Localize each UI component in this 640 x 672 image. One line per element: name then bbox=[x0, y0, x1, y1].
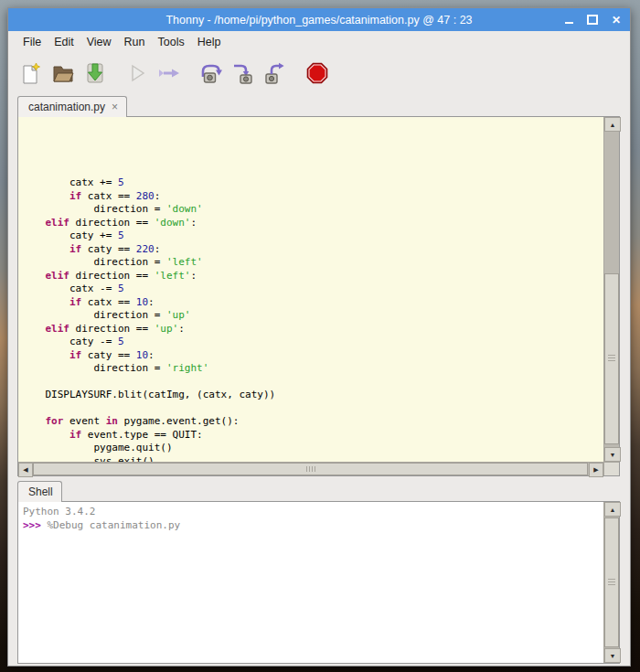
shell-vertical-scrollbar[interactable]: ▲ ▼ bbox=[603, 502, 619, 663]
text-segment: 'down' bbox=[155, 217, 191, 229]
scroll-right-icon: ▶ bbox=[593, 466, 598, 474]
text-segment: 'up' bbox=[155, 323, 179, 335]
code-line bbox=[21, 402, 603, 416]
scroll-up-icon: ▲ bbox=[610, 122, 616, 128]
shell-vscroll-thumb[interactable] bbox=[604, 517, 619, 646]
scroll-right-button[interactable]: ▶ bbox=[589, 463, 603, 477]
text-segment: : bbox=[148, 296, 155, 308]
text-segment: event.type == QUIT: bbox=[81, 429, 202, 441]
step-over-button[interactable] bbox=[199, 61, 223, 85]
scroll-up-button[interactable]: ▲ bbox=[604, 117, 621, 132]
text-segment: elif bbox=[46, 217, 70, 229]
editor-vscroll-trough[interactable] bbox=[604, 132, 619, 447]
text-segment: caty == bbox=[81, 243, 136, 255]
minimize-icon[interactable] bbox=[565, 22, 573, 24]
text-segment bbox=[21, 429, 69, 441]
maximize-icon[interactable] bbox=[587, 15, 598, 25]
titlebar[interactable]: Thonny - /home/pi/python_games/catanimat… bbox=[8, 8, 630, 31]
text-segment bbox=[21, 243, 69, 255]
new-file-icon bbox=[20, 62, 42, 84]
window-title: Thonny - /home/pi/python_games/catanimat… bbox=[165, 14, 472, 27]
stop-button[interactable] bbox=[305, 61, 329, 85]
editor-hscroll-trough[interactable] bbox=[33, 463, 589, 475]
tab-catanimation[interactable]: catanimation.py × bbox=[17, 96, 127, 117]
tab-label: catanimation.py bbox=[28, 101, 105, 113]
stop-icon bbox=[306, 62, 328, 84]
open-file-button[interactable] bbox=[51, 61, 75, 85]
text-segment: if bbox=[69, 296, 81, 308]
menu-item-edit[interactable]: Edit bbox=[48, 33, 80, 51]
text-segment bbox=[21, 217, 46, 229]
scroll-left-icon: ◀ bbox=[23, 466, 27, 474]
text-segment: 'down' bbox=[166, 203, 203, 215]
tab-shell[interactable]: Shell bbox=[17, 481, 62, 502]
text-segment: 'right' bbox=[166, 362, 208, 374]
step-out-button[interactable] bbox=[263, 61, 287, 85]
code-line: direction = 'left' bbox=[21, 256, 603, 270]
text-segment: event bbox=[63, 415, 105, 427]
shell-line: >>> %Debug catanimation.py bbox=[23, 518, 603, 532]
save-icon bbox=[85, 62, 105, 84]
new-file-button[interactable] bbox=[19, 61, 43, 85]
text-segment: Python 3.4.2 bbox=[23, 506, 101, 517]
menu-item-help[interactable]: Help bbox=[191, 33, 228, 51]
shell-output[interactable]: Python 3.4.2 >>> %Debug catanimation.py bbox=[18, 502, 603, 663]
scrollbar-grip bbox=[608, 579, 615, 586]
editor-hscroll-thumb[interactable] bbox=[33, 463, 588, 475]
text-segment: 'up' bbox=[166, 309, 191, 321]
step-into-icon bbox=[232, 62, 254, 84]
code-line: if catx == 280: bbox=[21, 190, 603, 204]
scroll-down-icon: ▼ bbox=[610, 653, 616, 659]
menu-item-run[interactable]: Run bbox=[118, 33, 152, 51]
window-controls: ✕ bbox=[565, 8, 621, 31]
text-segment: if bbox=[69, 349, 81, 361]
menu-item-view[interactable]: View bbox=[80, 33, 118, 51]
text-segment bbox=[21, 296, 69, 308]
editor-vscroll-thumb[interactable] bbox=[604, 273, 619, 443]
text-segment: sys.exit() bbox=[21, 455, 155, 463]
text-segment: 10 bbox=[136, 349, 148, 361]
resume-button[interactable] bbox=[157, 61, 181, 85]
text-segment: : bbox=[190, 270, 197, 282]
text-segment: direction = bbox=[21, 203, 166, 215]
scroll-down-button[interactable]: ▼ bbox=[604, 648, 621, 663]
text-segment: : bbox=[155, 190, 161, 202]
editor-horizontal-scrollbar[interactable]: ◀ ▶ bbox=[18, 462, 603, 475]
step-into-button[interactable] bbox=[231, 61, 255, 85]
tab-close-icon[interactable]: × bbox=[112, 101, 118, 112]
scrollbar-grip bbox=[306, 466, 315, 472]
menubar: FileEditViewRunToolsHelp bbox=[8, 31, 630, 53]
text-segment: pygame.quit() bbox=[21, 442, 173, 453]
scrollbar-corner bbox=[603, 462, 619, 475]
run-script-button[interactable] bbox=[125, 61, 149, 85]
scroll-down-button[interactable]: ▼ bbox=[604, 447, 621, 462]
code-line: sys.exit() bbox=[21, 455, 603, 463]
code-line: elif direction == 'down': bbox=[21, 217, 603, 230]
text-segment: direction = bbox=[21, 256, 166, 268]
text-segment: %Debug catanimation.py bbox=[48, 519, 181, 531]
text-segment: DISPLAYSURF.blit(catImg, (catx, caty)) bbox=[21, 389, 275, 400]
text-segment bbox=[21, 323, 46, 335]
save-file-button[interactable] bbox=[83, 61, 107, 85]
text-segment: : bbox=[148, 349, 155, 361]
text-segment: catx += bbox=[21, 176, 118, 188]
close-icon[interactable]: ✕ bbox=[612, 15, 621, 26]
code-line: direction = 'right' bbox=[21, 362, 603, 376]
step-out-icon bbox=[264, 62, 286, 84]
text-segment: >>> bbox=[23, 519, 48, 531]
text-segment: caty -= bbox=[21, 336, 118, 347]
shell-vscroll-trough[interactable] bbox=[604, 517, 619, 648]
menu-item-file[interactable]: File bbox=[16, 33, 48, 51]
editor-vertical-scrollbar[interactable]: ▲ ▼ bbox=[603, 117, 619, 462]
text-segment: if bbox=[69, 429, 81, 441]
shell-panel: Python 3.4.2 >>> %Debug catanimation.py … bbox=[17, 501, 620, 664]
code-editor[interactable]: if direction == 'right': catx += 5 if ca… bbox=[18, 117, 603, 462]
text-segment: direction == bbox=[69, 323, 155, 335]
text-segment: for bbox=[46, 415, 64, 427]
scroll-down-icon: ▼ bbox=[610, 452, 616, 458]
scroll-up-button[interactable]: ▲ bbox=[604, 502, 621, 517]
text-segment: 5 bbox=[118, 336, 124, 347]
scroll-left-button[interactable]: ◀ bbox=[18, 463, 33, 477]
menu-item-tools[interactable]: Tools bbox=[152, 33, 191, 51]
shell-line: Python 3.4.2 bbox=[23, 505, 603, 518]
